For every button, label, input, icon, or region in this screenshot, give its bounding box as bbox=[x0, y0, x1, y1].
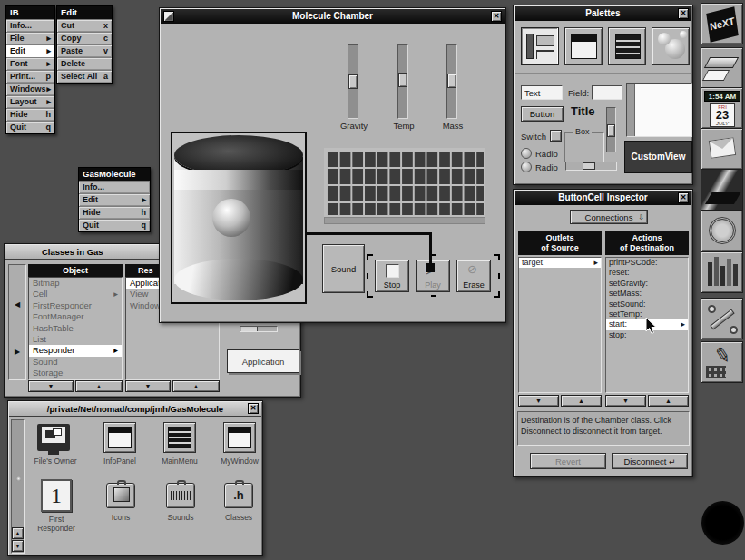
outlet-item-selected[interactable]: target▸ bbox=[519, 258, 601, 268]
col3-horizontal-scrollbar[interactable] bbox=[240, 326, 278, 332]
classes-col3-cell[interactable]: Application bbox=[227, 349, 299, 373]
scrollbar-knob[interactable] bbox=[16, 476, 21, 481]
ib-menu-title[interactable]: IB bbox=[6, 6, 54, 19]
palette-tab-views[interactable] bbox=[521, 27, 559, 65]
browser-left-arrow-icon[interactable]: ◀ bbox=[10, 299, 25, 311]
menu-item-delete[interactable]: Delete bbox=[57, 57, 112, 70]
menu-item-edit[interactable]: Edit▸ bbox=[79, 193, 150, 206]
switch-checkbox[interactable] bbox=[550, 130, 562, 142]
slider-knob[interactable] bbox=[348, 74, 358, 89]
dock-mail[interactable] bbox=[701, 128, 743, 170]
classes-suitcase-icon[interactable]: .h bbox=[224, 483, 253, 508]
edit-submenu-title[interactable]: Edit bbox=[57, 6, 112, 19]
menu-item-info[interactable]: Info... bbox=[79, 181, 150, 193]
text-sample-field[interactable]: Text bbox=[521, 85, 563, 100]
inspector-titlebar[interactable]: ButtonCell Inspector ✕ bbox=[515, 191, 691, 205]
scroll-down-button[interactable]: ▼ bbox=[518, 395, 559, 407]
mass-slider[interactable] bbox=[446, 44, 457, 119]
dock-next-logo[interactable]: NeXT bbox=[701, 3, 743, 44]
list-item[interactable]: FirstResponder bbox=[29, 300, 122, 311]
browser-right-arrow-icon[interactable]: ▶ bbox=[10, 346, 25, 359]
selection-handle[interactable] bbox=[367, 254, 373, 260]
menu-item-select-all[interactable]: Select Alla bbox=[57, 70, 112, 83]
dock-printer[interactable] bbox=[701, 47, 743, 89]
action-item[interactable]: setGravity: bbox=[606, 279, 688, 289]
close-button[interactable]: ✕ bbox=[678, 8, 689, 19]
menu-item-quit[interactable]: Quitq bbox=[79, 219, 150, 231]
radio-button[interactable] bbox=[521, 162, 532, 172]
slider-knob[interactable] bbox=[398, 73, 407, 87]
scroll-down-button[interactable]: ▼ bbox=[605, 395, 646, 407]
list-item[interactable]: Storage bbox=[29, 368, 122, 378]
list-item[interactable]: Sound bbox=[29, 357, 122, 368]
menu-item-info[interactable]: Info... bbox=[6, 19, 54, 32]
dock-draw-app[interactable]: ✎ bbox=[701, 341, 743, 383]
vertical-scrollbar[interactable]: ▲ ▼ bbox=[11, 419, 25, 554]
gasmolecule-menu-title[interactable]: GasMolecule bbox=[79, 168, 150, 181]
palette-tab-window[interactable] bbox=[564, 27, 603, 65]
list-item[interactable]: FontManager bbox=[29, 311, 122, 322]
scroll-up-button[interactable]: ▲ bbox=[172, 380, 220, 392]
selection-handle[interactable] bbox=[494, 291, 500, 298]
mywindow-icon[interactable] bbox=[223, 422, 256, 453]
stop-button[interactable]: Stop bbox=[375, 260, 409, 292]
connections-popup[interactable]: Connections ⇩ bbox=[570, 210, 648, 224]
palette-tab-custom[interactable] bbox=[652, 27, 690, 65]
close-button[interactable]: ✕ bbox=[678, 192, 689, 203]
menu-item-hide[interactable]: Hideh bbox=[6, 108, 54, 121]
dock-chart-app[interactable] bbox=[701, 251, 743, 293]
selection-handle[interactable] bbox=[431, 295, 436, 297]
menu-item-file[interactable]: File▸ bbox=[6, 32, 54, 44]
scrollview-sample[interactable] bbox=[626, 83, 692, 137]
list-item[interactable]: Bitmap bbox=[29, 278, 122, 289]
sounds-suitcase-icon[interactable] bbox=[166, 483, 195, 508]
scroll-down-button[interactable]: ▼ bbox=[12, 540, 24, 552]
selection-handle[interactable] bbox=[494, 254, 500, 260]
scroll-down-button[interactable]: ▼ bbox=[125, 380, 171, 392]
menu-item-windows[interactable]: Windows▸ bbox=[6, 83, 54, 95]
revert-button[interactable]: Revert bbox=[530, 453, 606, 469]
title-sample[interactable]: Title bbox=[571, 104, 595, 118]
action-item[interactable]: setMass: bbox=[606, 289, 688, 299]
selection-handle[interactable] bbox=[498, 273, 500, 279]
first-responder-icon[interactable]: 1 bbox=[41, 479, 72, 512]
dock-scene-app[interactable] bbox=[701, 169, 743, 211]
menu-item-hide[interactable]: Hideh bbox=[79, 206, 150, 219]
icons-suitcase-icon[interactable] bbox=[106, 483, 135, 508]
palettes-titlebar[interactable]: Palettes ✕ bbox=[515, 6, 691, 21]
menu-item-paste[interactable]: Pastev bbox=[57, 44, 112, 57]
list-item[interactable]: HashTable bbox=[29, 323, 122, 334]
menu-item-layout[interactable]: Layout▸ bbox=[6, 95, 54, 108]
box-sample[interactable]: Box bbox=[564, 132, 604, 162]
horizontal-slider-sample[interactable] bbox=[565, 162, 617, 171]
dock-clock-calendar[interactable]: 1:54 AM FRI 23 JULY bbox=[701, 87, 743, 129]
scroll-down-button[interactable]: ▼ bbox=[28, 380, 74, 392]
slider-knob[interactable] bbox=[447, 74, 456, 88]
selection-handle[interactable] bbox=[367, 291, 373, 298]
erase-button[interactable]: ⊘ Erase bbox=[456, 260, 491, 292]
list-item[interactable]: Cell▸ bbox=[29, 289, 122, 300]
gravity-slider[interactable] bbox=[348, 44, 358, 119]
mainmenu-icon[interactable] bbox=[163, 422, 196, 453]
action-item[interactable]: reset: bbox=[606, 268, 688, 278]
infopanel-icon[interactable] bbox=[103, 422, 136, 453]
menu-item-edit[interactable]: Edit▸ bbox=[6, 44, 54, 57]
selection-handle[interactable] bbox=[367, 273, 368, 279]
scroll-up-button[interactable]: ▲ bbox=[561, 395, 602, 407]
outlets-list[interactable]: target▸ bbox=[518, 257, 602, 393]
close-button[interactable]: ✕ bbox=[248, 403, 259, 414]
scroll-up-button[interactable]: ▲ bbox=[12, 527, 24, 539]
classes-col1-list[interactable]: Bitmap Cell▸ FirstResponder FontManager … bbox=[28, 277, 123, 380]
slider-knob[interactable] bbox=[583, 162, 595, 170]
field-input[interactable] bbox=[592, 85, 622, 100]
scroll-up-button[interactable]: ▲ bbox=[75, 380, 123, 392]
menu-item-font[interactable]: Font▸ bbox=[6, 57, 54, 70]
chamber-titlebar[interactable]: Molecule Chamber ✕ bbox=[161, 9, 505, 24]
menu-item-quit[interactable]: Quitq bbox=[6, 121, 54, 133]
vertical-slider-sample[interactable] bbox=[606, 107, 616, 152]
list-item[interactable]: List bbox=[29, 334, 122, 345]
black-hole-recycler[interactable] bbox=[701, 501, 744, 545]
miniaturize-button[interactable] bbox=[163, 11, 174, 22]
sound-button[interactable]: Sound bbox=[322, 244, 365, 293]
menu-item-cut[interactable]: Cutx bbox=[57, 19, 112, 32]
